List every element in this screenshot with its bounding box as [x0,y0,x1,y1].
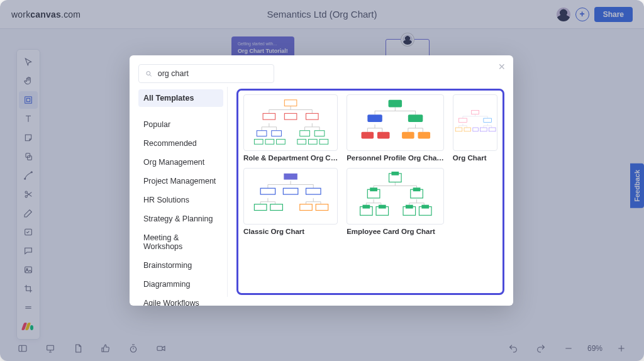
svg-rect-51 [300,204,313,211]
category-recommended[interactable]: Recommended [138,135,223,152]
svg-rect-54 [392,172,399,175]
svg-rect-45 [284,174,297,180]
svg-rect-35 [402,132,414,139]
category-all-templates[interactable]: All Templates [138,89,223,107]
svg-rect-56 [370,187,377,191]
svg-rect-30 [389,100,402,108]
svg-rect-60 [363,205,370,209]
modal-body: All Templates Popular Recommended Org Ma… [130,87,513,306]
svg-rect-19 [306,113,319,119]
svg-rect-66 [422,205,430,209]
template-grid-wrap: Role & Department Org C… [228,87,504,297]
template-modal: ✕ All Templates Popular Recommended Org … [130,55,513,306]
category-hr-solutions[interactable]: HR Solutions [138,191,223,209]
svg-rect-34 [377,132,390,139]
app-frame: workcanvas.com Semantics Ltd (Org Chart)… [0,0,644,361]
svg-rect-23 [314,131,325,136]
svg-rect-48 [306,188,321,194]
template-name: Employee Card Org Chart [347,228,444,235]
svg-rect-47 [283,188,297,194]
svg-rect-28 [308,139,317,144]
category-brainstorming[interactable]: Brainstorming [138,257,223,274]
template-thumb [453,94,497,151]
svg-rect-22 [300,131,310,136]
template-search[interactable] [138,64,274,83]
category-strategy-planning[interactable]: Strategy & Planning [138,210,223,228]
svg-rect-39 [484,118,492,122]
category-meeting-workshops[interactable]: Meeting & Workshops [138,229,223,255]
svg-rect-20 [257,131,267,136]
template-name: Role & Department Org C… [243,154,338,162]
search-icon [145,70,153,78]
category-diagramming[interactable]: Diagramming [138,275,223,293]
svg-rect-52 [316,204,328,211]
category-popular[interactable]: Popular [138,116,223,133]
svg-rect-44 [473,128,479,131]
svg-rect-26 [277,139,286,144]
template-classic-org-chart[interactable]: Classic Org Chart [243,168,338,235]
category-agile-workflows[interactable]: Agile Workflows [138,294,223,306]
svg-rect-24 [254,139,263,144]
svg-rect-36 [418,132,431,139]
template-thumb [347,168,444,225]
svg-point-15 [147,71,150,75]
svg-rect-62 [379,205,386,209]
svg-rect-27 [297,139,306,144]
close-icon[interactable]: ✕ [498,62,506,72]
svg-rect-40 [455,128,462,131]
template-categories: All Templates Popular Recommended Org Ma… [133,87,228,297]
template-name: Org Chart [453,154,497,162]
svg-rect-31 [368,114,382,122]
search-input[interactable] [158,69,267,78]
svg-rect-64 [406,205,413,209]
modal-header [130,55,513,87]
svg-rect-41 [464,128,471,131]
template-grid-frame: Role & Department Org C… [236,89,504,295]
template-thumb [347,94,444,151]
svg-rect-46 [260,188,275,194]
category-org-management[interactable]: Org Management [138,153,223,171]
template-org-chart[interactable]: Org Chart [453,94,497,162]
svg-rect-58 [413,187,421,191]
svg-rect-16 [284,100,297,106]
svg-rect-38 [458,118,467,122]
svg-rect-18 [284,113,297,119]
svg-rect-50 [270,204,283,211]
template-grid: Role & Department Org C… [243,94,497,235]
template-thumb [243,168,338,225]
template-employee-card[interactable]: Employee Card Org Chart [347,168,444,235]
svg-rect-43 [489,128,496,131]
svg-rect-32 [408,114,423,122]
svg-rect-25 [265,139,274,144]
category-project-management[interactable]: Project Management [138,172,223,190]
svg-rect-21 [272,131,282,136]
template-name: Classic Org Chart [243,228,338,235]
template-name: Personnel Profile Org Cha… [347,154,444,162]
template-personnel-profile[interactable]: Personnel Profile Org Cha… [347,94,444,162]
svg-rect-49 [254,204,267,211]
template-thumb [243,94,338,151]
svg-rect-42 [480,128,487,131]
svg-rect-29 [319,139,328,144]
svg-rect-33 [362,132,374,139]
svg-rect-37 [472,110,479,114]
svg-rect-17 [263,113,275,119]
template-role-department[interactable]: Role & Department Org C… [243,94,338,162]
